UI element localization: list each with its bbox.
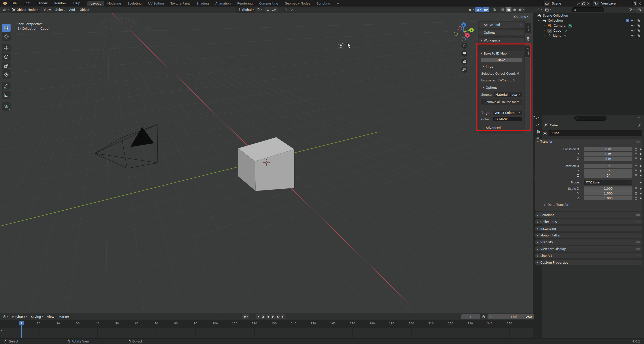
animate-dot[interactable] <box>640 193 641 194</box>
grip-icon[interactable]: ∷∷ <box>636 214 640 216</box>
lock-icon[interactable] <box>634 187 637 190</box>
camera-object[interactable] <box>95 124 158 168</box>
viewport-menu-view[interactable]: View <box>42 8 53 12</box>
viewport-menu-select[interactable]: Select <box>53 8 67 12</box>
disable-render-camera-icon[interactable] <box>636 34 640 37</box>
shading-solid-button[interactable] <box>506 7 511 12</box>
camera-data-badge[interactable] <box>568 24 572 28</box>
lock-icon[interactable] <box>634 196 637 200</box>
grip-icon[interactable]: ∷∷ <box>636 261 640 264</box>
grip-icon[interactable]: ∷∷ <box>636 227 640 230</box>
play-reverse-button[interactable] <box>266 314 270 319</box>
tool-annotate[interactable] <box>2 82 11 90</box>
animate-dot[interactable] <box>640 170 641 172</box>
pan-view-button[interactable] <box>461 51 467 57</box>
pivot-point-dropdown[interactable]: ▾ <box>255 7 263 13</box>
menu-window[interactable]: Window <box>51 2 70 5</box>
disable-render-camera-icon[interactable] <box>636 19 640 22</box>
panel-collections[interactable]: ▸Collections∷∷ <box>535 219 642 224</box>
panel-workspace[interactable]: ▸Workspace∷∷ <box>479 38 524 43</box>
workspace-tab-animation[interactable]: Animation <box>212 1 234 6</box>
viewport-menu-add[interactable]: Add <box>67 8 77 12</box>
workspace-tab-compositing[interactable]: Compositing <box>256 1 281 6</box>
outliner-row-scene-collection[interactable]: Scene Collection <box>533 13 644 18</box>
target-dropdown[interactable]: Vertex Colors▾ <box>493 111 522 115</box>
sidebar-tab-view[interactable]: View <box>525 46 531 57</box>
lock-icon[interactable] <box>634 174 637 177</box>
location-x-field[interactable]: 0 m <box>584 147 632 151</box>
timeline-marker-menu[interactable]: Marker <box>56 315 71 319</box>
panel-motion-paths[interactable]: ▸Motion Paths∷∷ <box>535 233 642 238</box>
properties-search-input[interactable] <box>574 116 607 121</box>
outliner-row-light[interactable]: ▸ Light <box>533 33 644 38</box>
location-y-field[interactable]: 0 m <box>584 152 632 156</box>
animate-dot[interactable] <box>640 158 641 160</box>
scale-x-field[interactable]: 1.000 <box>584 186 632 191</box>
location-z-field[interactable]: 0 m <box>584 157 632 161</box>
tool-cursor[interactable] <box>2 32 11 41</box>
channel-expand-icon[interactable]: ▸ <box>1 329 3 331</box>
tool-measure[interactable] <box>2 91 11 99</box>
grip-icon[interactable]: ∷∷ <box>518 31 522 34</box>
animate-dot[interactable] <box>640 188 641 189</box>
animate-dot[interactable] <box>640 149 641 150</box>
editor-type-dropdown[interactable]: ▾ <box>1 7 10 13</box>
blender-logo-icon[interactable] <box>2 1 8 5</box>
lock-icon[interactable] <box>634 148 637 151</box>
rotation-x-field[interactable]: 0° <box>584 164 632 168</box>
new-collection-button[interactable] <box>636 7 643 13</box>
timeline-editor-type-dropdown[interactable]: ▾ <box>1 314 10 320</box>
breadcrumb-label[interactable]: Cube <box>550 124 558 127</box>
shading-material-button[interactable] <box>512 7 517 12</box>
workspace-tab-uv-editing[interactable]: UV Editing <box>145 1 167 6</box>
grip-icon[interactable]: ∷∷ <box>636 248 640 250</box>
tab-tool[interactable] <box>534 121 542 128</box>
current-frame-field[interactable]: 1 <box>461 314 480 319</box>
transform-panel-header[interactable]: ▾ Transform ∷∷ <box>535 139 642 145</box>
panel-active-tool[interactable]: ▸Active Tool∷∷ <box>479 22 524 28</box>
outliner-search-input[interactable] <box>572 7 604 12</box>
remove-viewlayer-button[interactable] <box>637 2 642 5</box>
sidebar-tab-item[interactable]: Item <box>525 23 531 33</box>
panel-relations[interactable]: ▸Relations∷∷ <box>535 212 642 218</box>
advanced-subpanel-header[interactable]: ▸Advanced <box>483 126 501 130</box>
light-data-badge[interactable] <box>563 34 568 38</box>
grip-icon[interactable]: ∷∷ <box>518 24 522 26</box>
viewport-options-button[interactable]: Options ▾ <box>512 14 530 19</box>
expand-icon[interactable]: ▸ <box>544 34 547 37</box>
tool-transform[interactable] <box>2 70 11 79</box>
outliner-editor-type-dropdown[interactable]: ▾ <box>534 7 543 13</box>
workspace-tab-rendering[interactable]: Rendering <box>234 1 256 6</box>
proportional-editing-toggle[interactable] <box>283 7 288 12</box>
light-object[interactable] <box>339 43 343 48</box>
animate-dot[interactable] <box>640 198 641 199</box>
panel-line-art[interactable]: ▸Line Art∷∷ <box>535 253 642 258</box>
source-dropdown[interactable]: Material Index▾ <box>494 92 522 97</box>
timeline-view-menu[interactable]: View <box>45 315 56 319</box>
unlink-scene-button[interactable] <box>586 2 591 5</box>
shading-dropdown[interactable]: ▾ <box>523 9 524 11</box>
menu-edit[interactable]: Edit <box>20 2 33 5</box>
workspace-tab-shading[interactable]: Shading <box>193 1 212 6</box>
menu-help[interactable]: Help <box>70 2 84 5</box>
frame-end-field[interactable]: End 250 <box>509 314 534 319</box>
object-name-field[interactable]: Cube <box>550 130 642 136</box>
add-workspace-button[interactable]: + <box>333 1 342 6</box>
grip-icon[interactable]: ∷∷ <box>636 140 640 143</box>
gizmo-axis-x-neg[interactable] <box>458 27 462 30</box>
tool-rotate[interactable] <box>2 53 11 61</box>
scene-browse-button[interactable]: ▾ <box>544 1 550 6</box>
scroll-left-arrow[interactable]: ‹ <box>531 322 532 325</box>
menu-file[interactable]: File <box>8 2 20 5</box>
workspace-tab-texture-paint[interactable]: Texture Paint <box>167 1 193 6</box>
xray-toggle[interactable] <box>492 7 497 12</box>
new-viewlayer-button[interactable] <box>632 1 637 6</box>
navigation-gizmo[interactable]: Z Y X <box>448 17 480 74</box>
shading-wireframe-button[interactable] <box>500 7 506 12</box>
zoom-view-button[interactable] <box>461 43 467 49</box>
properties-editor-type-dropdown[interactable]: ▾ <box>533 116 539 119</box>
object-visibility-dropdown[interactable]: ▾ <box>468 7 475 12</box>
playhead[interactable] <box>21 325 22 338</box>
current-frame-indicator[interactable]: 1 <box>19 321 24 325</box>
outliner-row-cube[interactable]: ▸ Cube <box>533 28 644 33</box>
